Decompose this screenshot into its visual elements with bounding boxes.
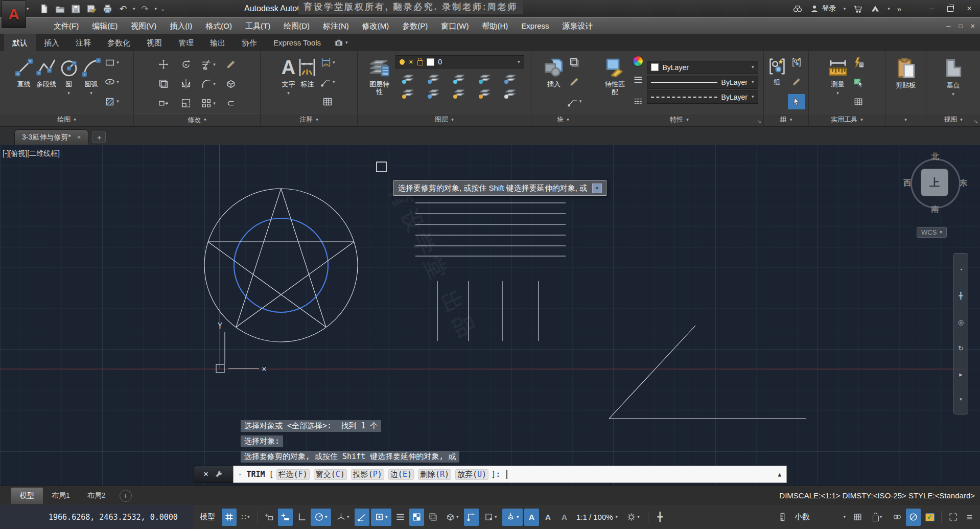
copy-button[interactable] bbox=[155, 76, 172, 91]
quick-calculator-button[interactable] bbox=[850, 94, 867, 109]
panel-block-footer[interactable]: 块 ▾ bbox=[531, 113, 595, 126]
match-properties-button[interactable]: 特性匹配 bbox=[601, 53, 629, 111]
inner-circle-highlighted[interactable] bbox=[234, 218, 328, 312]
clean-screen-button[interactable]: ✓ bbox=[922, 509, 937, 526]
crosshair-size-button[interactable]: ╋ bbox=[652, 509, 667, 526]
layer-walk-button[interactable] bbox=[504, 87, 517, 99]
lineweight-dropdown[interactable]: ByLayer ▾ bbox=[647, 76, 758, 89]
plot-button[interactable] bbox=[101, 3, 113, 15]
arc-caret-icon[interactable]: ▾ bbox=[90, 91, 92, 96]
wcs-dropdown[interactable]: WCS ▾ bbox=[917, 227, 947, 238]
menu-dimension[interactable]: 标注(N) bbox=[316, 18, 356, 34]
menu-insert[interactable]: 插入(I) bbox=[163, 18, 199, 34]
menu-edit[interactable]: 编辑(E) bbox=[85, 18, 124, 34]
command-close-icon[interactable]: × bbox=[203, 469, 208, 479]
object-snap-toggle[interactable]: ▾ bbox=[371, 509, 391, 526]
viewcube-north-label[interactable]: 北 bbox=[931, 152, 939, 162]
units-dropdown[interactable]: 小数▾ bbox=[791, 512, 849, 522]
layer-properties-button[interactable]: 图层特性 bbox=[365, 53, 394, 111]
save-as-button[interactable] bbox=[85, 3, 98, 15]
ribbon-tab-insert[interactable]: 插入 bbox=[36, 34, 67, 51]
mdi-close-button[interactable]: × bbox=[971, 22, 975, 30]
isolate-objects-button[interactable] bbox=[890, 509, 904, 526]
layer-on-button[interactable] bbox=[402, 87, 415, 99]
close-button[interactable]: × bbox=[967, 4, 972, 14]
minimize-button[interactable]: ─ bbox=[929, 5, 934, 13]
ribbon-tab-home[interactable]: 默认 bbox=[4, 34, 36, 51]
panel-view-footer[interactable]: 视图 ▾ ↘ bbox=[926, 113, 980, 126]
base-point-button[interactable]: 基点 ▾ bbox=[942, 53, 965, 111]
circle-button[interactable]: 圆 ▾ bbox=[58, 53, 80, 111]
panel-annotate-footer[interactable]: 注释 ▾ bbox=[261, 113, 357, 126]
measure-button[interactable]: 测量 ▾ bbox=[827, 53, 849, 111]
workspace-switcher[interactable]: ▾ bbox=[622, 509, 644, 526]
explode-button[interactable] bbox=[222, 76, 240, 91]
fullscreen-button[interactable] bbox=[946, 509, 961, 526]
quick-select-button[interactable] bbox=[850, 55, 867, 70]
leader-button[interactable]: ▾ bbox=[319, 74, 336, 89]
layer-lock-button[interactable] bbox=[478, 73, 492, 84]
polyline-button[interactable]: 多段线 bbox=[36, 53, 57, 111]
color-wheel-icon[interactable] bbox=[633, 56, 643, 66]
autodesk-exchange-icon[interactable] bbox=[870, 4, 880, 14]
mdi-minimize-button[interactable]: ─ bbox=[946, 22, 951, 30]
autocad-logo-icon[interactable]: A bbox=[2, 1, 26, 28]
linetype-dropdown[interactable]: ByLayer ▾ bbox=[647, 90, 758, 104]
group-selection-toggle[interactable] bbox=[788, 94, 805, 109]
menu-draw[interactable]: 绘图(D) bbox=[277, 18, 316, 34]
undo-button[interactable]: ↶ bbox=[117, 3, 129, 15]
menu-view[interactable]: 视图(V) bbox=[124, 18, 163, 34]
group-edit-button[interactable] bbox=[788, 74, 805, 89]
layer-dropdown[interactable]: ☀ 0 ▾ bbox=[395, 55, 524, 68]
ellipse-button[interactable]: ▾ bbox=[103, 74, 121, 89]
panel-properties-footer[interactable]: 特性 ▾ ↘ bbox=[595, 113, 763, 126]
file-tab-close-icon[interactable]: × bbox=[77, 133, 81, 141]
dynamic-ucs-toggle[interactable]: ▾ bbox=[480, 509, 501, 526]
model-space-toggle[interactable]: 模型 bbox=[195, 512, 220, 522]
viewcube[interactable]: 上 北 南 西 东 bbox=[905, 153, 965, 213]
create-block-button[interactable] bbox=[566, 55, 583, 70]
hatch-button[interactable]: ▾ bbox=[103, 94, 121, 109]
group-button[interactable]: 组 bbox=[767, 53, 787, 111]
properties-dialog-launcher-icon[interactable]: ↘ bbox=[757, 119, 761, 124]
isodraft-toggle[interactable]: ▾ bbox=[333, 509, 353, 526]
layer-match-button[interactable] bbox=[504, 73, 517, 84]
selection-cycling-toggle[interactable] bbox=[426, 509, 440, 526]
ribbon-tab-view[interactable]: 视图 bbox=[138, 34, 170, 51]
navbar-caret-icon[interactable]: ▾ bbox=[960, 397, 962, 402]
panel-layers-footer[interactable]: 图层 ▾ bbox=[358, 113, 531, 126]
snap-mode-toggle[interactable] bbox=[278, 509, 293, 526]
layer-freeze-button[interactable] bbox=[453, 73, 466, 84]
outer-circle[interactable] bbox=[204, 189, 358, 342]
ribbon-tab-parametric[interactable]: 参数化 bbox=[99, 34, 138, 51]
new-layout-button[interactable]: + bbox=[120, 490, 132, 502]
screenshot-button[interactable]: ▾ bbox=[329, 34, 353, 51]
osnap-tracking-toggle[interactable] bbox=[464, 509, 479, 526]
dynamic-input-toggle[interactable] bbox=[262, 509, 276, 526]
arc-button[interactable]: 圆弧 ▾ bbox=[81, 53, 102, 111]
edit-block-button[interactable] bbox=[566, 74, 583, 89]
tab-layout1[interactable]: 布局1 bbox=[43, 488, 79, 504]
option-erase[interactable]: 删除(R) bbox=[418, 469, 451, 480]
new-file-button[interactable] bbox=[38, 3, 50, 15]
app-store-cart-icon[interactable] bbox=[853, 4, 863, 14]
circle-caret-icon[interactable]: ▾ bbox=[67, 91, 70, 96]
measure-caret-icon[interactable]: ▾ bbox=[836, 91, 839, 96]
save-button[interactable] bbox=[69, 3, 82, 15]
lineweight-list-icon[interactable] bbox=[629, 72, 647, 87]
snap-grid-toggle[interactable]: ∷▾ bbox=[238, 509, 253, 526]
exchange-caret-icon[interactable]: ▾ bbox=[888, 7, 890, 11]
sign-in-button[interactable]: 登录 bbox=[810, 4, 836, 13]
viewcube-west-label[interactable]: 西 bbox=[903, 178, 911, 188]
viewcube-east-label[interactable]: 东 bbox=[960, 178, 967, 188]
move-button[interactable] bbox=[155, 57, 172, 72]
graphics-performance-toggle[interactable] bbox=[906, 509, 921, 526]
view-dialog-launcher-icon[interactable]: ↘ bbox=[974, 119, 978, 124]
insert-block-button[interactable]: 插入 bbox=[543, 53, 565, 111]
rectangle-button[interactable]: ▾ bbox=[103, 55, 121, 70]
ortho-toggle[interactable] bbox=[294, 509, 309, 526]
linear-dimension-button[interactable]: ▾ bbox=[319, 55, 336, 70]
option-edge[interactable]: 边(E) bbox=[388, 469, 414, 480]
menu-window[interactable]: 窗口(W) bbox=[434, 18, 475, 34]
panel-utilities-footer[interactable]: 实用工具 ▾ bbox=[809, 113, 885, 126]
